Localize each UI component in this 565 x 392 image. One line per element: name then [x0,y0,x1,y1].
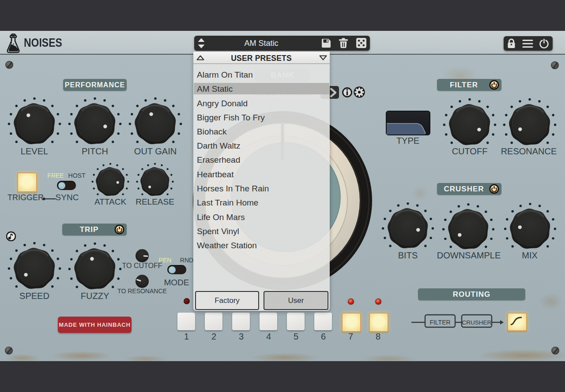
svg-text:FILTER: FILTER [429,319,450,326]
svg-text:CRUSHER: CRUSHER [462,319,492,326]
